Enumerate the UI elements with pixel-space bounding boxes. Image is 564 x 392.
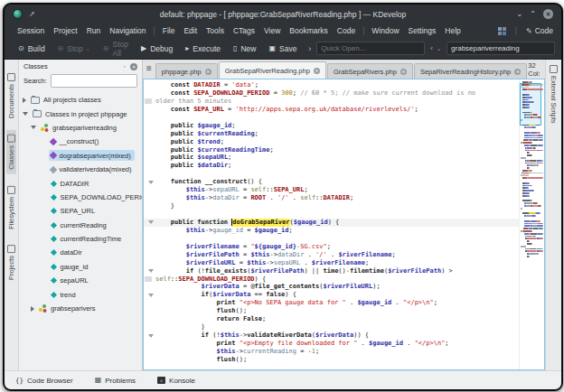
code-line[interactable]: print "<p>Empty file downloaded for " . … (144, 340, 519, 348)
session-grid-icon[interactable] (498, 27, 506, 35)
tree-item-trend[interactable]: trend (19, 287, 142, 301)
menu-navigation[interactable]: Navigation (105, 26, 150, 35)
new-button[interactable]: ▯New (227, 38, 262, 59)
code-line[interactable] (144, 114, 519, 122)
tree-item-dograbsepariver-mixed-[interactable]: dograbsepariver(mixed) (19, 149, 142, 163)
toolbar-overflow-icon[interactable]: › (303, 44, 316, 53)
code-line[interactable] (144, 170, 519, 178)
code-line[interactable]: flush(); (144, 307, 519, 315)
close-icon[interactable]: ✕ (543, 9, 553, 19)
tree-item-sepa-url[interactable]: SEPA_URL (19, 204, 142, 218)
code-line[interactable]: $this->sepaURL = self::SEPA_URL; (144, 186, 519, 194)
tree-item-datadir[interactable]: dataDir (19, 246, 142, 259)
code-line[interactable]: public $currentReadingTime; (144, 146, 519, 154)
code-line[interactable]: $this->dataDir = ROOT . '/' . self::DATA… (144, 194, 519, 202)
menu-view[interactable]: View (259, 26, 285, 35)
code-line[interactable]: } (144, 202, 519, 210)
code-line[interactable]: if($riverData == false) { (144, 291, 519, 299)
titlebar[interactable]: ⊸ default: phppage - [ phppage:GrabSepaR… (5, 5, 561, 23)
tab-close-icon[interactable]: ✕ (400, 69, 407, 75)
bottom-tool-code-browser[interactable]: {}Code Browser (15, 377, 73, 385)
code-view[interactable]: const DATADIR = 'data'; const SEPA_DOWNL… (144, 79, 519, 369)
tab-grabseparivers-php[interactable]: GrabSepaRivers.php✕ (327, 63, 413, 79)
tab-close-icon[interactable]: ✕ (205, 69, 212, 75)
code-line[interactable]: $riverFileURL = $this->sepaURL . $riverF… (144, 259, 519, 267)
code-line[interactable]: older than 5 minutes (144, 98, 519, 106)
code-area-button[interactable]: ✎ Code (526, 26, 553, 35)
code-line[interactable]: $riverFilePath = $this->dataDir . '/' . … (144, 251, 519, 259)
code-line[interactable]: } (144, 323, 519, 331)
code-line[interactable]: const SEPA_URL = 'http://apps.sepa.org.u… (144, 106, 519, 114)
menu-settings[interactable]: Settings (404, 26, 441, 35)
code-line[interactable]: function __construct() { (144, 178, 519, 186)
tree-item-sepaurl[interactable]: sepaURL (19, 274, 142, 287)
menu-bookmarks[interactable]: Bookmarks (285, 26, 333, 35)
expander-icon[interactable] (23, 98, 26, 103)
menu-session[interactable]: Session (13, 26, 49, 35)
tab-grabsepariverreading-php[interactable]: GrabSepaRiverReading.php✕ (219, 61, 326, 79)
maximize-icon[interactable]: ⌃ (530, 10, 536, 19)
menu-edit[interactable]: Edit (179, 26, 202, 35)
tree-item-datadir[interactable]: DATADIR (19, 176, 142, 190)
code-line[interactable]: public $currentReading; (144, 130, 519, 138)
build-button[interactable]: ⊙Build (12, 38, 52, 59)
code-line[interactable]: $this->gauge_id = $gauge_id; (144, 227, 519, 235)
tree-item-all-projects-classes[interactable]: All projects classes (19, 93, 142, 107)
history-dropdown-icon[interactable]: ⌄ (437, 45, 441, 51)
search-next-icon[interactable]: › (560, 44, 563, 52)
debug-button[interactable]: ▶Debug (135, 38, 179, 59)
menu-code[interactable]: Code (333, 26, 360, 35)
sidebar-tab-documents[interactable]: Documents (6, 69, 16, 123)
sidebar-tab-external-scripts[interactable]: External Scripts (550, 65, 558, 124)
classes-search-input[interactable] (51, 74, 137, 88)
document-list-icon[interactable]: ≡ (145, 63, 155, 75)
execute-button[interactable]: ▸Execute (179, 38, 227, 59)
tab-separiverreadinghistory-php[interactable]: SepaRiverReadingHistory.php✕ (414, 63, 527, 79)
tree-item-gauge-id[interactable]: gauge_id (19, 260, 142, 274)
tree-item-grabseparivers[interactable]: grabseparivers (19, 302, 142, 315)
save-button[interactable]: ▣Save (262, 38, 303, 59)
menu-ctags[interactable]: CTags (229, 26, 259, 35)
panel-float-icon[interactable]: ◦ (124, 63, 126, 70)
tree-item-grabsepariverreading[interactable]: grabsepariverreading (19, 121, 142, 135)
code-line[interactable]: const DATADIR = 'data'; (144, 81, 519, 89)
code-line[interactable]: self::SEPA_DOWNLOAD_PERIOD) { (144, 275, 519, 284)
code-line[interactable]: public $dataDir; (144, 162, 519, 170)
sidebar-tab-filesystem[interactable]: Filesystem (6, 182, 16, 234)
menu-window[interactable]: Window (367, 26, 403, 35)
code-line[interactable]: public $sepaURL; (144, 154, 519, 162)
editor-area[interactable]: const DATADIR = 'data'; const SEPA_DOWNL… (143, 79, 545, 370)
menu-file[interactable]: File (158, 26, 180, 35)
expander-icon[interactable] (23, 112, 28, 116)
sidebar-tab-projects[interactable]: Projects (6, 240, 16, 285)
code-line[interactable]: if (!$this->validateRiverData($riverData… (144, 331, 519, 340)
minimap[interactable] (519, 79, 544, 369)
menu-project[interactable]: Project (49, 26, 81, 35)
code-line[interactable]: return False; (144, 315, 519, 323)
code-line[interactable]: public $gauge_id; (144, 122, 519, 130)
tree-item-sepa-download-period[interactable]: SEPA_DOWNLOAD_PERIOD (19, 191, 142, 204)
tab-close-icon[interactable]: ✕ (314, 68, 320, 74)
minimize-icon[interactable]: ⌄ (517, 10, 523, 19)
tree-item-currentreadingtime[interactable]: currentReadingTime (19, 232, 142, 246)
code-line[interactable] (144, 235, 519, 243)
menu-run[interactable]: Run (82, 26, 106, 35)
code-line[interactable]: $riverData = @file_get_contents($riverFi… (144, 283, 519, 291)
code-line[interactable]: flush(); (144, 356, 519, 364)
history-back-icon[interactable]: ‹ (430, 44, 433, 52)
panel-close-icon[interactable]: ✕ (130, 63, 137, 70)
code-line[interactable] (144, 210, 519, 219)
expander-icon[interactable] (31, 126, 36, 129)
sidebar-tab-classes[interactable]: Classes (6, 130, 16, 174)
code-line[interactable]: public $trend; (144, 138, 519, 146)
tab-close-icon[interactable]: ✕ (514, 69, 521, 75)
stop-all-button[interactable]: ⊖Stop All (97, 38, 135, 59)
code-line[interactable]: print "<p>No SEPA gauge data for " . $ga… (144, 299, 519, 307)
menu-help[interactable]: Help (440, 26, 465, 35)
bottom-tool-problems[interactable]: ▦Problems (95, 377, 136, 385)
expander-icon[interactable] (31, 306, 34, 312)
stop-button[interactable]: ⊖Stop⌄ (52, 38, 97, 59)
code-line[interactable]: $riverFilename = "${gauge_id}-SG.csv"; (144, 243, 519, 251)
menu-tools[interactable]: Tools (202, 26, 229, 35)
tree-item-validateriverdata-mixed-[interactable]: validateriverdata(mixed) (19, 163, 142, 176)
